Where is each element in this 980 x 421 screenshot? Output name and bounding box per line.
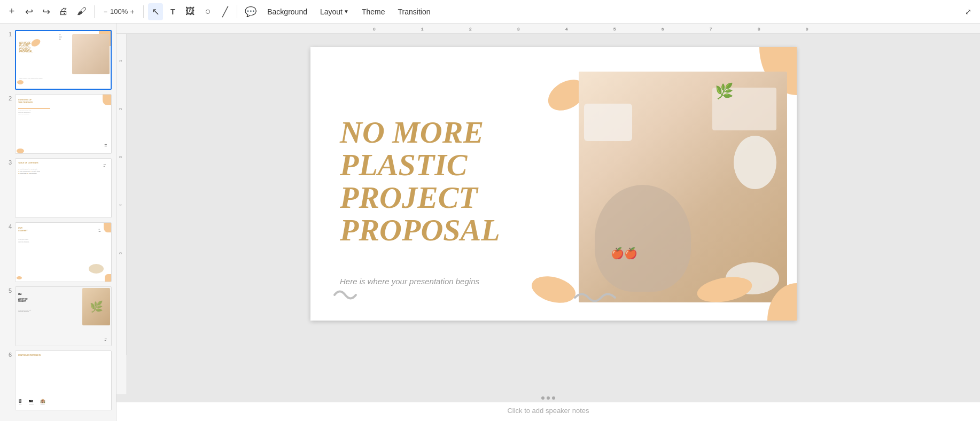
zoom-level: 100% [110,7,128,15]
canvas-area[interactable]: 0 1 2 3 4 5 6 7 8 9 [116,24,980,402]
svg-rect-0 [116,24,980,34]
toolbar: + ↩ ↪ 🖨 🖌 － 100% ＋ ↖ T 🖼 ○ ╱ 💬 Backgroun… [0,0,980,24]
svg-text:1: 1 [421,27,424,32]
dot-3 [552,396,555,400]
svg-text:4: 4 [119,204,122,206]
line-tool-button[interactable]: ╱ [217,3,232,20]
layout-chevron-icon: ▼ [344,9,349,14]
maximize-button[interactable]: ⤢ [961,3,976,20]
zoom-minus-icon[interactable]: － [102,7,109,17]
slide-item-5[interactable]: 5 01 ABOUT THEPROJECT Lorem ipsum dolor … [0,284,116,348]
textbox-tool-button[interactable]: T [165,3,180,20]
slide-thumb-1[interactable]: NO MOREPLASTICPROJECTPROPOSAL Here is wh… [15,30,112,90]
slide-thumb-6[interactable]: WHAT WE ARE WORKING ON 🗑 Retail 🏘 Reside… [15,350,112,410]
ruler-horizontal: 0 1 2 3 4 5 6 7 8 9 [116,24,980,34]
slide-panel: 1 NO MOREPLASTICPROJECTPROPOSAL Here is … [0,24,116,421]
select-tool-button[interactable]: ↖ [148,3,163,20]
svg-text:1: 1 [119,60,122,62]
slide-number-1: 1 [4,30,12,37]
print-button[interactable]: 🖨 [56,3,72,20]
theme-button[interactable]: Theme [356,3,391,20]
ruler-vertical: 1 2 3 4 5 [116,34,127,394]
deco-blob-bottom-right [695,275,754,305]
deco-blob-bottom-left [530,275,578,305]
svg-text:5: 5 [613,27,616,32]
svg-text:3: 3 [517,27,520,32]
transition-button[interactable]: Transition [393,3,436,20]
slide-thumb-2[interactable]: CONTENTS OFTHIS TEMPLATE Lorem ipsum dol… [15,94,112,154]
slide-number-6: 6 [4,350,12,358]
comment-button[interactable]: 💬 [242,3,260,20]
divider-2 [143,5,144,18]
notes-placeholder: Click to add speaker notes [507,407,589,415]
main-subtitle: Here is where your presentation begins [340,277,479,286]
divider-1 [94,5,95,18]
svg-text:7: 7 [710,27,712,32]
deco-wave-bottom [332,286,361,305]
svg-text:4: 4 [565,27,568,32]
svg-text:9: 9 [806,27,808,32]
deco-squiggle-bottom-left [572,289,620,307]
notes-area[interactable]: Click to add speaker notes [116,402,980,421]
slide-photo: 🌿 🍎🍎 [579,72,787,302]
svg-text:2: 2 [119,108,122,110]
slide-item-1[interactable]: 1 NO MOREPLASTICPROJECTPROPOSAL Here is … [0,28,116,92]
slide-item-3[interactable]: 3 TABLE OF CONTENTS ●●●●● 01 About the p… [0,156,116,220]
slide-item-6[interactable]: 6 WHAT WE ARE WORKING ON 🗑 Retail 🏘 Resi… [0,348,116,412]
svg-point-39 [530,275,578,305]
slide-thumb-3[interactable]: TABLE OF CONTENTS ●●●●● 01 About the pro… [15,158,112,218]
slide-number-4: 4 [4,222,12,230]
canvas-with-ruler: 1 2 3 4 5 [116,34,980,394]
slide-container[interactable]: NO MORE PLASTIC PROJECT PROPOSAL Here is… [127,34,980,394]
layout-button[interactable]: Layout ▼ [315,3,354,20]
zoom-plus-icon[interactable]: ＋ [129,7,136,17]
add-button[interactable]: + [4,3,19,20]
undo-button[interactable]: ↩ [21,3,36,20]
svg-text:3: 3 [119,156,122,158]
svg-rect-12 [116,34,127,355]
canvas-notes-area: 0 1 2 3 4 5 6 7 8 9 [116,24,980,421]
svg-text:8: 8 [758,27,760,32]
slide-thumb-4[interactable]: OURCOMPANY Lorem ipsum sit ametconsectet… [15,222,112,282]
image-tool-button[interactable]: 🖼 [182,3,198,20]
shape-tool-button[interactable]: ○ [200,3,215,20]
background-button[interactable]: Background [262,3,313,20]
main-layout: 1 NO MOREPLASTICPROJECTPROPOSAL Here is … [0,24,980,421]
slide-canvas-main[interactable]: NO MORE PLASTIC PROJECT PROPOSAL Here is… [310,47,797,321]
zoom-button[interactable]: － 100% ＋ [99,3,139,20]
format-paint-button[interactable]: 🖌 [74,3,90,20]
slide-number-5: 5 [4,286,12,294]
svg-text:5: 5 [119,252,122,254]
dot-1 [541,396,545,400]
slide-number-3: 3 [4,158,12,166]
svg-text:0: 0 [373,27,376,32]
slide-number-2: 2 [4,94,12,102]
divider-3 [237,5,237,18]
redo-button[interactable]: ↪ [38,3,53,20]
svg-point-40 [695,275,754,305]
slide-thumb-5[interactable]: 01 ABOUT THEPROJECT Lorem ipsum dolor si… [15,286,112,346]
slide-item-4[interactable]: 4 OURCOMPANY Lorem ipsum sit ametconsect… [0,220,116,284]
dot-2 [547,396,550,400]
slide-dots-indicator [541,394,555,402]
slide-item-2[interactable]: 2 CONTENTS OFTHIS TEMPLATE Lorem ipsum d… [0,92,116,156]
svg-text:2: 2 [469,27,472,32]
main-title: NO MORE PLASTIC PROJECT PROPOSAL [340,116,586,247]
svg-text:6: 6 [662,27,664,32]
